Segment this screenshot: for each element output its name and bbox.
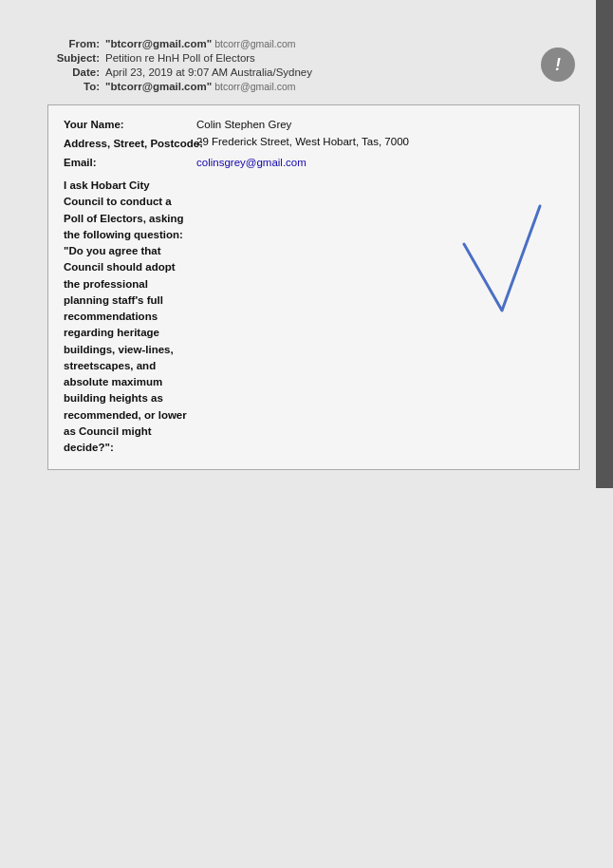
to-row: To: "btcorr@gmail.com" btcorr@gmail.com <box>47 81 585 92</box>
from-bold: "btcorr@gmail.com" <box>105 38 212 49</box>
email-header: From: "btcorr@gmail.com" btcorr@gmail.co… <box>47 38 585 95</box>
email-field-label: Email: <box>64 157 196 168</box>
address-label: Address, Street, Postcode: <box>64 136 196 151</box>
subject-value: Petition re HnH Poll of Electors <box>105 52 255 64</box>
name-row: Your Name: Colin Stephen Grey <box>64 119 564 130</box>
to-bold: "btcorr@gmail.com" <box>105 81 212 92</box>
date-value: April 23, 2019 at 9:07 AM Australia/Sydn… <box>105 66 312 78</box>
to-light: btcorr@gmail.com <box>212 81 295 92</box>
page-content: From: "btcorr@gmail.com" btcorr@gmail.co… <box>0 0 613 868</box>
petition-row: I ask Hobart City Council to conduct a P… <box>64 178 564 456</box>
from-row: From: "btcorr@gmail.com" btcorr@gmail.co… <box>47 38 585 49</box>
email-field-value: colinsgrey@gmail.com <box>196 157 306 168</box>
bottom-area <box>0 488 613 868</box>
address-row: Address, Street, Postcode: 29 Frederick … <box>64 136 564 151</box>
from-value: "btcorr@gmail.com" btcorr@gmail.com <box>105 38 296 49</box>
name-value: Colin Stephen Grey <box>196 119 291 130</box>
date-label: Date: <box>47 66 100 78</box>
subject-row: Subject: Petition re HnH Poll of Elector… <box>47 52 585 64</box>
form-box: Your Name: Colin Stephen Grey Address, S… <box>47 104 580 470</box>
subject-label: Subject: <box>47 52 100 64</box>
from-light: btcorr@gmail.com <box>212 38 295 49</box>
petition-label: I ask Hobart City Council to conduct a P… <box>64 178 196 456</box>
email-row: Email: colinsgrey@gmail.com <box>64 157 564 168</box>
petition-right <box>196 178 564 456</box>
to-value: "btcorr@gmail.com" btcorr@gmail.com <box>105 81 296 92</box>
email-link[interactable]: colinsgrey@gmail.com <box>196 157 306 168</box>
checkmark-svg <box>431 187 554 358</box>
address-value: 29 Frederick Street, West Hobart, Tas, 7… <box>196 136 409 151</box>
from-label: From: <box>47 38 100 49</box>
name-label: Your Name: <box>64 119 196 130</box>
alert-icon: ! <box>541 47 575 82</box>
to-label: To: <box>47 81 100 92</box>
date-row: Date: April 23, 2019 at 9:07 AM Australi… <box>47 66 585 78</box>
